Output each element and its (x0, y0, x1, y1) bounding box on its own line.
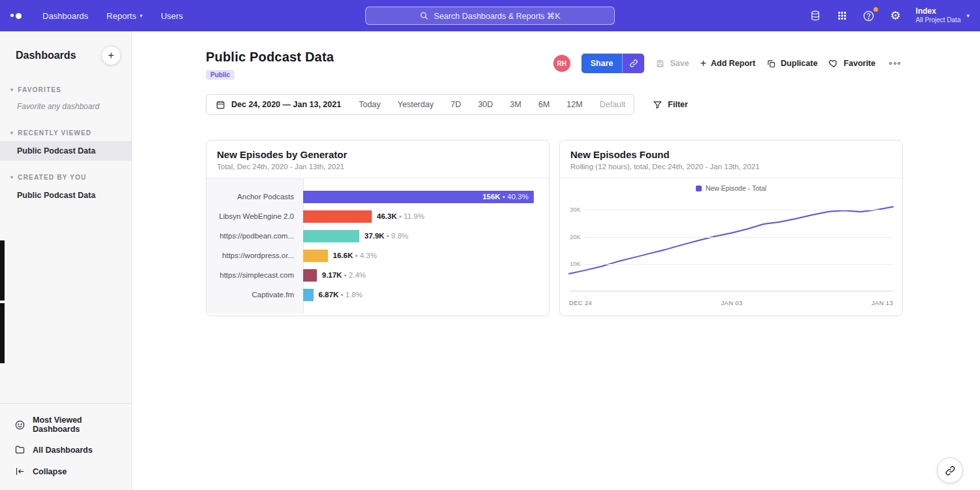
add-report-label: Add Report (711, 59, 755, 68)
nav-link-label: Users (161, 11, 183, 21)
bar-category-label: Anchor Podcasts (206, 193, 303, 201)
project-switcher[interactable]: Index All Project Data ▾ (916, 7, 970, 25)
smiley-icon (14, 419, 25, 431)
bar-value-label: 156K • 40.3% (482, 193, 534, 201)
bar-row: https://simplecast.com9.17K • 2.4% (206, 265, 549, 285)
notification-dot (874, 7, 878, 12)
share-button-group: Share (581, 54, 645, 73)
bar-segment[interactable] (303, 210, 372, 223)
bar-track: 156K • 40.3% (303, 191, 540, 203)
section-header-favorites[interactable]: ▾ FAVORITES (0, 81, 131, 98)
add-report-button[interactable]: + Add Report (700, 59, 755, 69)
bar-segment[interactable] (303, 269, 317, 282)
share-button[interactable]: Share (581, 54, 623, 73)
bar-chart: Anchor Podcasts156K • 40.3%Libsyn WebEng… (206, 178, 549, 314)
nav-link-label: Reports (106, 11, 137, 21)
line-series[interactable] (569, 202, 893, 291)
filter-button[interactable]: Filter (653, 100, 688, 110)
share-link-button[interactable] (622, 54, 644, 73)
apps-grid-icon[interactable] (836, 9, 849, 22)
screen-edge-artifact (0, 240, 5, 301)
footer-item-label: Most Viewed Dashboards (33, 416, 131, 434)
settings-gear-icon[interactable]: ⚙ (889, 9, 902, 22)
gridline (569, 264, 893, 265)
card-title: New Episodes Found (570, 149, 892, 160)
y-tick: 10K (569, 261, 583, 268)
project-name: Index (916, 7, 961, 16)
section-header-created-by-you[interactable]: ▾ CREATED BY YOU (0, 169, 131, 186)
global-search-input[interactable]: Search Dashboards & Reports ⌘K (365, 7, 615, 25)
bar-segment[interactable] (303, 250, 328, 262)
card-subtitle: Total, Dec 24th, 2020 - Jan 13th, 2021 (217, 163, 538, 171)
bar-value-label: 37.9K • 9.8% (365, 232, 408, 240)
bar-category-label: Libsyn WebEngine 2.0 (206, 212, 303, 220)
calendar-icon (216, 100, 225, 110)
copy-link-floating-button[interactable] (937, 457, 963, 483)
sidebar-section-favorites: ▾ FAVORITES Favorite any dashboard (0, 81, 131, 116)
bar-segment[interactable] (303, 289, 314, 301)
y-tick: 30K (569, 206, 583, 214)
bar-segment[interactable]: 156K • 40.3% (303, 191, 534, 203)
date-range-button[interactable]: Dec 24, 2020 — Jan 13, 2021 (206, 95, 350, 114)
all-dashboards-button[interactable]: All Dashboards (0, 439, 131, 461)
public-badge: Public (206, 70, 235, 80)
duplicate-button[interactable]: Duplicate (766, 59, 817, 69)
legend-label: New Episode - Total (706, 184, 766, 192)
most-viewed-dashboards-button[interactable]: Most Viewed Dashboards (0, 410, 131, 439)
card-title: New Episodes by Generator (217, 149, 538, 160)
bar-track: 37.9K • 9.8% (303, 230, 540, 242)
bar-track: 6.87K • 1.8% (303, 289, 540, 301)
heart-icon (828, 58, 839, 69)
date-range-segmented-control: Dec 24, 2020 — Jan 13, 2021 TodayYesterd… (206, 94, 634, 115)
save-button[interactable]: Save (655, 59, 689, 69)
sidebar-item-public-podcast-data[interactable]: Public Podcast Data (0, 186, 131, 205)
more-options-button[interactable] (887, 59, 903, 67)
bar-track: 9.17K • 2.4% (303, 269, 540, 282)
preset-7d[interactable]: 7D (442, 95, 470, 114)
app-logo[interactable] (10, 13, 24, 19)
add-dashboard-button[interactable]: + (101, 46, 121, 65)
bar-segment[interactable] (303, 230, 359, 242)
section-header-recently-viewed[interactable]: ▾ RECENTLY VIEWED (0, 124, 131, 141)
chevron-down-icon: ▾ (140, 12, 143, 19)
bar-row: https://wordpress.or...16.6K • 4.3% (206, 246, 549, 265)
nav-link-label: Dashboards (42, 11, 88, 21)
preset-30d[interactable]: 30D (470, 95, 502, 114)
bar-category-label: Captivate.fm (206, 291, 303, 299)
help-icon[interactable] (862, 9, 875, 22)
gridline (569, 237, 893, 238)
collapse-sidebar-button[interactable]: Collapse (0, 461, 131, 482)
preset-6m[interactable]: 6M (530, 95, 558, 114)
x-axis-labels: DEC 24 JAN 03 JAN 13 (569, 299, 893, 306)
main-content: Public Podcast Data Public RH Share Save… (132, 31, 980, 490)
bar-track: 46.3K • 11.9% (303, 210, 540, 223)
nav-link-dashboards[interactable]: Dashboards (42, 11, 88, 21)
bar-row: Anchor Podcasts156K • 40.3% (206, 187, 549, 206)
avatar[interactable]: RH (553, 55, 570, 72)
preset-12m[interactable]: 12M (558, 95, 591, 114)
search-placeholder: Search Dashboards & Reports ⌘K (434, 11, 561, 21)
line-chart: New Episode - Total 30K20K10K DEC 24 JAN… (560, 178, 902, 314)
preset-default[interactable]: Default (591, 95, 634, 114)
date-range-label: Dec 24, 2020 — Jan 13, 2021 (231, 100, 341, 109)
sidebar-section-created-by-you: ▾ CREATED BY YOU Public Podcast Data (0, 169, 131, 205)
favorite-button[interactable]: Favorite (828, 58, 875, 69)
filter-label: Filter (668, 100, 688, 109)
chevron-down-icon: ▾ (10, 130, 14, 136)
logo-dot-small (10, 14, 14, 17)
chart-legend[interactable]: New Episode - Total (560, 184, 902, 192)
section-label: FAVORITES (18, 86, 61, 93)
bar-track: 16.6K • 4.3% (303, 250, 540, 262)
filter-funnel-icon (653, 100, 662, 110)
sidebar-item-public-podcast-data[interactable]: Public Podcast Data (0, 141, 131, 161)
nav-link-reports[interactable]: Reports▾ (106, 11, 142, 21)
data-management-icon[interactable] (809, 9, 822, 22)
preset-today[interactable]: Today (350, 95, 389, 114)
plus-icon: + (700, 58, 706, 69)
favorites-hint: Favorite any dashboard (0, 98, 131, 116)
preset-3m[interactable]: 3M (502, 95, 530, 114)
chevron-down-icon: ▾ (10, 174, 14, 180)
preset-yesterday[interactable]: Yesterday (389, 95, 442, 114)
nav-link-users[interactable]: Users (161, 11, 183, 21)
sidebar-title: Dashboards (16, 50, 76, 61)
